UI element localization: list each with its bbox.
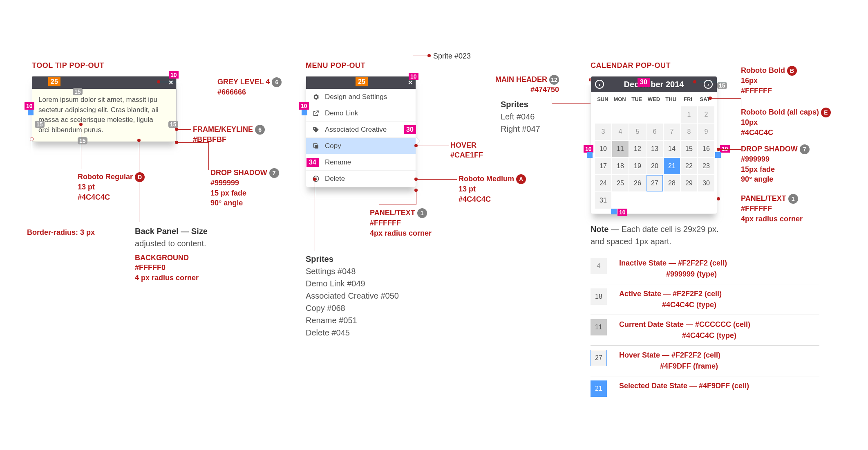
leader-line xyxy=(159,82,216,82)
calendar-day-cell[interactable]: 6 xyxy=(647,124,663,140)
menu-item-label: Rename xyxy=(325,158,351,166)
calendar-day-cell[interactable]: 20 xyxy=(647,158,663,174)
calendar-day-cell[interactable]: 22 xyxy=(681,158,697,174)
calendar-day-cell xyxy=(664,192,680,209)
legend-swatch-hover: 27 xyxy=(591,350,607,366)
calendar-day-cell[interactable]: 11 xyxy=(612,141,629,157)
drop-shadow-2-label: DROP SHADOW 7 #999999 15px fade 90° angl… xyxy=(741,144,810,184)
menu-item-demo-link[interactable]: Demo Link xyxy=(306,105,416,122)
blue-square xyxy=(611,209,617,214)
main-header-label: MAIN HEADER 12 #474750 xyxy=(495,74,559,95)
calendar-dow-row: SUN MON TUE WED THU FRI SAT xyxy=(591,92,717,105)
background-label: BACKGROUND #FFFFF0 4 px radius corner xyxy=(135,253,199,283)
calendar-day-cell xyxy=(664,106,680,123)
calendar-day-cell[interactable]: 27 xyxy=(647,175,663,191)
sprite-023-label: Sprite #023 xyxy=(433,51,471,61)
roboto-medium-label: Roboto Medium A 13 pt #4C4C4C xyxy=(459,174,526,204)
roboto-regular-label: Roboto Regular D 13 pt #4C4C4C xyxy=(78,172,145,202)
calendar-section-title: CALENDAR POP-OUT xyxy=(591,61,671,70)
calendar-day-cell[interactable]: 4 xyxy=(612,124,629,140)
menu-item-settings[interactable]: Design and Settings xyxy=(306,89,416,105)
calendar-day-cell[interactable]: 8 xyxy=(681,124,697,140)
leader-line xyxy=(177,142,208,143)
dow-label: FRI xyxy=(680,94,697,104)
calendar-day-cell[interactable]: 2 xyxy=(698,106,714,123)
calendar-day-cell[interactable]: 31 xyxy=(595,192,611,209)
menu-item-label: Associated Creative xyxy=(325,126,387,134)
calendar-day-cell xyxy=(612,106,629,123)
calendar-day-cell[interactable]: 13 xyxy=(647,141,663,157)
chevron-right-icon[interactable]: › xyxy=(704,80,713,89)
menu-item-associated-creative[interactable]: Associated Creative xyxy=(306,122,416,138)
leader-line xyxy=(695,82,739,82)
calendar-day-cell[interactable]: 3 xyxy=(595,124,611,140)
calendar-day-cell[interactable]: 16 xyxy=(698,141,714,157)
menu-panel: ✕ Design and Settings Demo Link Associat… xyxy=(306,76,416,187)
legend-row: 4 Inactive State — #F2F2F2 (cell)#999999… xyxy=(591,254,819,284)
calendar-day-cell[interactable]: 29 xyxy=(681,175,697,191)
calendar-state-legend: 4 Inactive State — #F2F2F2 (cell)#999999… xyxy=(591,254,819,401)
menu-item-label: Delete xyxy=(325,175,345,183)
leader-line xyxy=(208,142,209,170)
calendar-day-cell xyxy=(647,106,663,123)
measure-25: 25 xyxy=(356,77,368,86)
calendar-day-cell[interactable]: 9 xyxy=(698,124,714,140)
calendar-day-cell[interactable]: 30 xyxy=(698,175,714,191)
calendar-title: December 2014 xyxy=(624,80,684,89)
close-icon[interactable]: ✕ xyxy=(168,79,174,86)
frame-keyline-label: FRAME/KEYLINE 6 #BFBFBF xyxy=(193,124,265,145)
chevron-left-icon[interactable]: ‹ xyxy=(595,80,604,89)
menu-item-delete[interactable]: Delete xyxy=(306,171,416,187)
calendar-header: ‹ December 2014 › xyxy=(591,76,717,92)
grey-level-4-label: GREY LEVEL 4 6 #666666 xyxy=(217,77,282,97)
blue-square xyxy=(587,152,593,158)
calendar-day-cell[interactable]: 25 xyxy=(612,175,629,191)
measure-10: 10 xyxy=(617,209,627,216)
calendar-day-cell[interactable]: 21 xyxy=(664,158,680,174)
measure-15: 15 xyxy=(717,82,727,89)
calendar-day-cell[interactable]: 15 xyxy=(681,141,697,157)
calendar-panel: ‹ December 2014 › SUN MON TUE WED THU FR… xyxy=(591,76,717,214)
backpanel-note: Back Panel — Size adjusted to content. xyxy=(135,225,208,250)
calendar-day-cell[interactable]: 28 xyxy=(664,175,680,191)
leader-line xyxy=(552,84,591,84)
calendar-day-cell[interactable]: 1 xyxy=(681,106,697,123)
legend-swatch-current: 11 xyxy=(591,319,607,335)
menu-item-copy[interactable]: Copy xyxy=(306,138,416,154)
calendar-day-cell xyxy=(681,192,697,209)
calendar-day-cell[interactable]: 17 xyxy=(595,158,611,174)
calendar-day-cell[interactable]: 10 xyxy=(595,141,611,157)
calendar-day-cell[interactable]: 19 xyxy=(629,158,646,174)
leader-line xyxy=(81,124,81,169)
calendar-note: Note — Each date cell is 29x29 px. and s… xyxy=(591,223,719,248)
measure-25: 25 xyxy=(48,77,60,86)
menu-item-rename[interactable]: Rename xyxy=(306,154,416,171)
drop-shadow-label: DROP SHADOW 7 #999999 15 px fade 90° ang… xyxy=(210,168,279,208)
leader-line xyxy=(416,179,457,180)
calendar-day-cell[interactable]: 24 xyxy=(595,175,611,191)
leader-line xyxy=(718,149,741,150)
calendar-day-cell[interactable]: 7 xyxy=(664,124,680,140)
dow-label: THU xyxy=(662,94,680,104)
border-radius-label: Border-radius: 3 px xyxy=(27,227,95,237)
leader-line xyxy=(552,104,597,104)
panel-text-label: PANEL/TEXT 1 #FFFFFF 4px radius corner xyxy=(370,208,432,238)
legend-row: 27 Hover State — #F2F2F2 (cell)#4F9DFF (… xyxy=(591,346,819,376)
blue-square xyxy=(715,152,721,158)
calendar-day-cell[interactable]: 23 xyxy=(698,158,714,174)
legend-row: 18 Active State — #F2F2F2 (cell)#4C4C4C … xyxy=(591,284,819,315)
calendar-day-cell[interactable]: 14 xyxy=(664,141,680,157)
calendar-day-cell[interactable]: 5 xyxy=(629,124,646,140)
menu-sprites-list: Sprites Settings #048 Demo Link #049 Ass… xyxy=(306,253,399,339)
hover-label: HOVER #CAE1FF xyxy=(450,140,483,160)
legend-swatch-inactive: 4 xyxy=(591,258,607,274)
leader-line xyxy=(177,129,191,130)
menu-item-label: Demo Link xyxy=(325,109,358,117)
legend-row: 21 Selected Date State — #4F9DFF (cell) xyxy=(591,376,819,401)
leader-line xyxy=(139,140,139,222)
calendar-day-cell[interactable]: 12 xyxy=(629,141,646,157)
blue-square xyxy=(302,110,307,115)
dow-label: TUE xyxy=(628,94,645,104)
calendar-day-cell[interactable]: 18 xyxy=(612,158,629,174)
calendar-day-cell[interactable]: 26 xyxy=(629,175,646,191)
